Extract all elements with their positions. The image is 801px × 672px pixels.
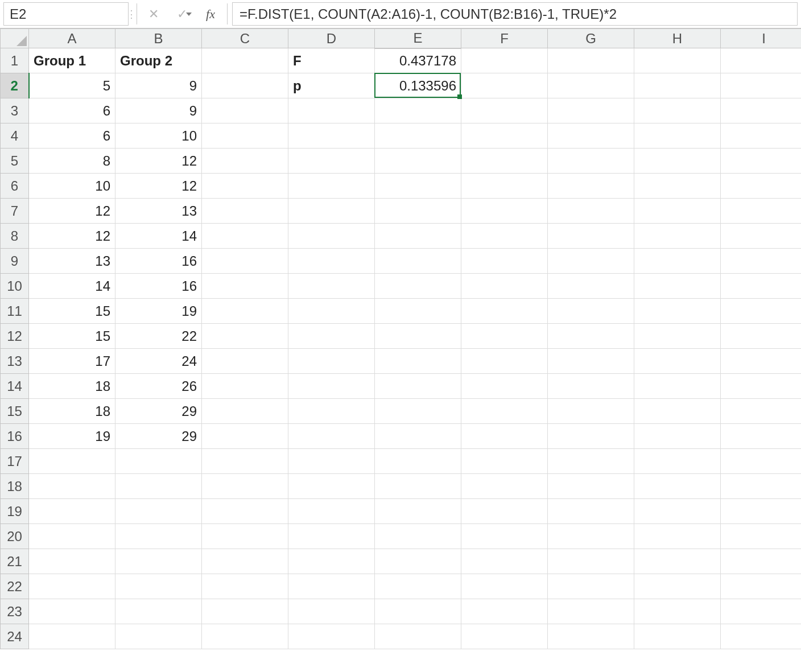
col-header-I[interactable]: I bbox=[721, 29, 802, 48]
cell-F23[interactable] bbox=[461, 599, 548, 624]
cell-A9[interactable]: 13 bbox=[29, 249, 115, 274]
cell-A23[interactable] bbox=[29, 599, 115, 624]
cell-I7[interactable] bbox=[721, 199, 802, 224]
cell-A15[interactable]: 18 bbox=[29, 399, 115, 424]
cell-C12[interactable] bbox=[202, 324, 288, 349]
cell-D20[interactable] bbox=[288, 524, 375, 549]
cell-H19[interactable] bbox=[634, 499, 721, 524]
cell-A1[interactable]: Group 1 bbox=[29, 48, 115, 73]
row-header-5[interactable]: 5 bbox=[1, 149, 29, 174]
cell-H17[interactable] bbox=[634, 449, 721, 474]
cell-A16[interactable]: 19 bbox=[29, 424, 115, 449]
cell-B9[interactable]: 16 bbox=[115, 249, 202, 274]
cell-G20[interactable] bbox=[548, 524, 634, 549]
cell-F15[interactable] bbox=[461, 399, 548, 424]
cell-E18[interactable] bbox=[375, 474, 461, 499]
cell-A8[interactable]: 12 bbox=[29, 224, 115, 249]
cell-G16[interactable] bbox=[548, 424, 634, 449]
cell-I24[interactable] bbox=[721, 624, 802, 649]
row-header-7[interactable]: 7 bbox=[1, 199, 29, 224]
cell-A4[interactable]: 6 bbox=[29, 123, 115, 149]
cell-G24[interactable] bbox=[548, 624, 634, 649]
cell-I5[interactable] bbox=[721, 149, 802, 174]
cell-C24[interactable] bbox=[202, 624, 288, 649]
cell-I22[interactable] bbox=[721, 574, 802, 599]
cell-H13[interactable] bbox=[634, 349, 721, 374]
cell-C17[interactable] bbox=[202, 449, 288, 474]
row-header-14[interactable]: 14 bbox=[1, 374, 29, 399]
cell-D8[interactable] bbox=[288, 224, 375, 249]
cell-F21[interactable] bbox=[461, 549, 548, 574]
col-header-A[interactable]: A bbox=[29, 29, 115, 48]
cell-D6[interactable] bbox=[288, 174, 375, 199]
cell-C19[interactable] bbox=[202, 499, 288, 524]
cell-G8[interactable] bbox=[548, 224, 634, 249]
select-all-corner[interactable] bbox=[1, 29, 29, 48]
cell-E11[interactable] bbox=[375, 299, 461, 324]
col-header-G[interactable]: G bbox=[548, 29, 634, 48]
cell-D5[interactable] bbox=[288, 149, 375, 174]
cell-B2[interactable]: 9 bbox=[115, 73, 202, 98]
formula-input[interactable]: =F.DIST(E1, COUNT(A2:A16)-1, COUNT(B2:B1… bbox=[232, 2, 798, 26]
cell-C11[interactable] bbox=[202, 299, 288, 324]
cell-F22[interactable] bbox=[461, 574, 548, 599]
cell-B20[interactable] bbox=[115, 524, 202, 549]
cell-C20[interactable] bbox=[202, 524, 288, 549]
cell-G15[interactable] bbox=[548, 399, 634, 424]
row-header-1[interactable]: 1 bbox=[1, 48, 29, 73]
cell-E12[interactable] bbox=[375, 324, 461, 349]
cell-B18[interactable] bbox=[115, 474, 202, 499]
cell-F3[interactable] bbox=[461, 98, 548, 123]
cell-D4[interactable] bbox=[288, 123, 375, 149]
cell-B10[interactable]: 16 bbox=[115, 274, 202, 299]
cell-C4[interactable] bbox=[202, 123, 288, 149]
row-header-13[interactable]: 13 bbox=[1, 349, 29, 374]
cell-D14[interactable] bbox=[288, 374, 375, 399]
cell-G10[interactable] bbox=[548, 274, 634, 299]
cell-I18[interactable] bbox=[721, 474, 802, 499]
cell-A20[interactable] bbox=[29, 524, 115, 549]
name-box[interactable] bbox=[3, 2, 129, 26]
cell-B12[interactable]: 22 bbox=[115, 324, 202, 349]
cell-E8[interactable] bbox=[375, 224, 461, 249]
cancel-formula-button[interactable]: ✕ bbox=[139, 0, 168, 28]
cell-C21[interactable] bbox=[202, 549, 288, 574]
cell-B11[interactable]: 19 bbox=[115, 299, 202, 324]
cell-I12[interactable] bbox=[721, 324, 802, 349]
cell-I1[interactable] bbox=[721, 48, 802, 73]
cell-H4[interactable] bbox=[634, 123, 721, 149]
cell-G17[interactable] bbox=[548, 449, 634, 474]
cell-D12[interactable] bbox=[288, 324, 375, 349]
cell-H3[interactable] bbox=[634, 98, 721, 123]
cell-E10[interactable] bbox=[375, 274, 461, 299]
cell-A3[interactable]: 6 bbox=[29, 98, 115, 123]
cell-H15[interactable] bbox=[634, 399, 721, 424]
cell-B24[interactable] bbox=[115, 624, 202, 649]
row-header-18[interactable]: 18 bbox=[1, 474, 29, 499]
cell-B15[interactable]: 29 bbox=[115, 399, 202, 424]
cell-F5[interactable] bbox=[461, 149, 548, 174]
cell-D11[interactable] bbox=[288, 299, 375, 324]
cell-E16[interactable] bbox=[375, 424, 461, 449]
cell-F1[interactable] bbox=[461, 48, 548, 73]
cell-E6[interactable] bbox=[375, 174, 461, 199]
col-header-H[interactable]: H bbox=[634, 29, 721, 48]
cell-C3[interactable] bbox=[202, 98, 288, 123]
cell-I9[interactable] bbox=[721, 249, 802, 274]
cell-G7[interactable] bbox=[548, 199, 634, 224]
cell-G18[interactable] bbox=[548, 474, 634, 499]
cell-H22[interactable] bbox=[634, 574, 721, 599]
cell-I6[interactable] bbox=[721, 174, 802, 199]
cell-G5[interactable] bbox=[548, 149, 634, 174]
cell-F4[interactable] bbox=[461, 123, 548, 149]
cell-B16[interactable]: 29 bbox=[115, 424, 202, 449]
cell-H9[interactable] bbox=[634, 249, 721, 274]
cell-G21[interactable] bbox=[548, 549, 634, 574]
cell-E20[interactable] bbox=[375, 524, 461, 549]
cell-G1[interactable] bbox=[548, 48, 634, 73]
cell-A7[interactable]: 12 bbox=[29, 199, 115, 224]
row-header-10[interactable]: 10 bbox=[1, 274, 29, 299]
cell-F13[interactable] bbox=[461, 349, 548, 374]
cell-F6[interactable] bbox=[461, 174, 548, 199]
cell-A14[interactable]: 18 bbox=[29, 374, 115, 399]
